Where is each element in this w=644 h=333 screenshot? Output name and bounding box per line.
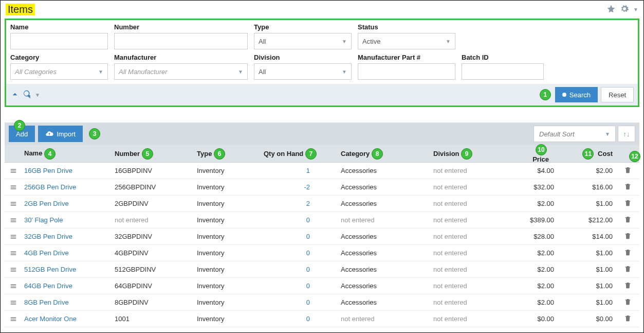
cell-qty[interactable]: 0 <box>264 315 341 323</box>
chevron-down-icon[interactable]: ▼ <box>633 7 638 12</box>
cell-cost: $1.00 <box>564 266 616 273</box>
annotation-badge: 7 <box>305 148 317 160</box>
search-panel: Name Number Type All▼ Status Active▼ Cat… <box>5 19 639 107</box>
import-button[interactable]: Import <box>38 126 83 142</box>
cell-division: not entered <box>433 249 521 257</box>
item-name-link[interactable]: 512GB Pen Drive <box>24 266 76 273</box>
select-division[interactable]: All▼ <box>254 63 352 80</box>
delete-button[interactable] <box>616 232 639 241</box>
table-row: Acer Monitor One1001Inventory0not entere… <box>5 311 639 327</box>
th-division[interactable]: Division 9 <box>433 148 521 160</box>
cell-qty[interactable]: 0 <box>264 299 341 306</box>
drag-handle-icon[interactable] <box>5 266 22 273</box>
cell-qty[interactable]: -2 <box>264 183 341 191</box>
item-name-link[interactable]: 30' Flag Pole <box>24 216 63 224</box>
cell-category: Accessories <box>341 167 433 174</box>
delete-button[interactable] <box>616 314 639 324</box>
item-name-link[interactable]: 2GB Pen Drive <box>24 200 69 207</box>
th-qty[interactable]: Qty on Hand 7 <box>264 148 341 160</box>
select-status[interactable]: Active▼ <box>358 33 455 49</box>
th-number[interactable]: Number 5 <box>115 148 197 160</box>
drag-handle-icon[interactable] <box>5 184 22 191</box>
label-name: Name <box>10 23 108 31</box>
th-type[interactable]: Type 6 <box>197 148 264 160</box>
select-category[interactable]: All Categories▼ <box>10 63 108 80</box>
item-name-link[interactable]: 4GB Pen Drive <box>24 249 69 257</box>
input-number[interactable] <box>114 33 248 49</box>
item-name-link[interactable]: 32GB Pen Drive <box>24 233 72 240</box>
sort-icon: ↑↓ <box>623 130 630 138</box>
delete-button[interactable] <box>616 183 639 192</box>
input-name[interactable] <box>10 33 108 49</box>
drag-handle-icon[interactable] <box>5 299 22 306</box>
input-mfr-part[interactable] <box>358 63 455 80</box>
cell-qty[interactable]: 1 <box>264 167 341 174</box>
th-price[interactable]: 10 Price <box>521 144 559 163</box>
drag-handle-icon[interactable] <box>5 283 22 290</box>
cell-qty[interactable]: 0 <box>264 249 341 257</box>
sort-select[interactable]: Default Sort▼ <box>533 126 616 142</box>
label-number: Number <box>114 23 248 31</box>
cell-division: not entered <box>433 216 521 224</box>
item-name-link[interactable]: Acer Monitor One <box>24 315 77 323</box>
cell-category: not entered <box>341 216 433 224</box>
drag-handle-icon[interactable] <box>5 233 22 240</box>
cell-price: $4.00 <box>521 167 564 174</box>
chevron-down-icon[interactable]: ▼ <box>35 92 40 98</box>
delete-button[interactable] <box>616 265 639 274</box>
annotation-badge: 6 <box>214 148 225 160</box>
cell-cost: $1.00 <box>564 282 616 290</box>
annotation-badge: 8 <box>372 148 383 160</box>
drag-handle-icon[interactable] <box>5 217 22 224</box>
search-settings-icon[interactable] <box>23 90 32 100</box>
delete-button[interactable] <box>616 249 639 258</box>
cell-qty[interactable]: 0 <box>264 233 341 240</box>
cell-cost: $1.00 <box>564 249 616 257</box>
field-status: Status Active▼ <box>358 23 455 49</box>
cell-number: 64GBPDINV <box>115 282 197 290</box>
input-batch-id[interactable] <box>462 63 544 80</box>
items-table: Name 4 Number 5 Type 6 Qty on Hand 7 Cat… <box>5 145 639 327</box>
sort-direction-button[interactable]: ↑↓ <box>618 126 635 142</box>
cell-qty[interactable]: 2 <box>264 200 341 207</box>
delete-button[interactable] <box>616 282 639 291</box>
cell-number: 16GBPDINV <box>115 167 197 174</box>
chevron-down-icon: ▼ <box>238 69 243 75</box>
drag-handle-icon[interactable] <box>5 250 22 257</box>
delete-button[interactable] <box>616 166 639 176</box>
cell-qty[interactable]: 0 <box>264 216 341 224</box>
table-row: 8GB Pen Drive8GBPDINVInventory0Accessori… <box>5 294 639 311</box>
item-name-link[interactable]: 64GB Pen Drive <box>24 282 72 290</box>
item-name-link[interactable]: 8GB Pen Drive <box>24 299 69 306</box>
gear-icon[interactable] <box>620 4 629 15</box>
search-button[interactable]: Search <box>555 87 598 102</box>
delete-button[interactable] <box>616 216 639 225</box>
item-name-link[interactable]: 256GB Pen Drive <box>24 183 76 191</box>
item-name-link[interactable]: 16GB Pen Drive <box>24 167 72 174</box>
cell-number: 4GBPDINV <box>115 249 197 257</box>
cell-qty[interactable]: 0 <box>264 282 341 290</box>
cell-qty[interactable]: 0 <box>264 266 341 273</box>
drag-handle-icon[interactable] <box>5 167 22 174</box>
th-category[interactable]: Category 8 <box>341 148 433 160</box>
label-type: Type <box>254 23 352 31</box>
drag-handle-icon[interactable] <box>5 316 22 323</box>
delete-button[interactable] <box>616 199 639 208</box>
select-type[interactable]: All▼ <box>254 33 352 49</box>
annotation-badge: 3 <box>89 128 100 139</box>
cell-cost: $1.00 <box>564 299 616 306</box>
th-name[interactable]: Name 4 <box>22 148 115 160</box>
annotation-badge: 9 <box>461 148 472 160</box>
reset-button[interactable]: Reset <box>601 87 634 102</box>
chevron-down-icon: ▼ <box>605 131 610 137</box>
delete-button[interactable] <box>616 298 639 307</box>
toolbar: Add Import 3 Default Sort▼ ↑↓ <box>5 122 639 145</box>
star-icon[interactable] <box>606 4 616 15</box>
table-row: 2GB Pen Drive2GBPDINVInventory2Accessori… <box>5 196 639 212</box>
collapse-icon[interactable] <box>10 90 20 100</box>
select-manufacturer[interactable]: All Manufacturer▼ <box>114 63 248 80</box>
annotation-badge: 12 <box>629 151 640 162</box>
cell-number: 32GBPDINV <box>115 233 197 240</box>
th-cost[interactable]: 11 Cost <box>559 148 616 160</box>
drag-handle-icon[interactable] <box>5 200 22 207</box>
